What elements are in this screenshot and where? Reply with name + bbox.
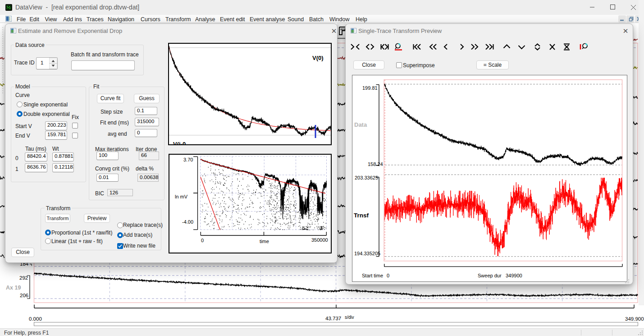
svg-text:203.33625: 203.33625 bbox=[355, 175, 378, 180]
svg-text:0: 0 bbox=[387, 273, 389, 278]
svg-text:V(0): V(0) bbox=[312, 55, 324, 61]
svg-text:43.737: 43.737 bbox=[325, 316, 341, 321]
svg-text:350000: 350000 bbox=[311, 237, 328, 243]
svg-text:-4.00: -4.00 bbox=[182, 219, 193, 225]
svg-text:0: 0 bbox=[201, 238, 204, 243]
svg-text:Trnsf: Trnsf bbox=[354, 212, 369, 219]
svg-text:0.000: 0.000 bbox=[29, 316, 42, 322]
svg-text:V(i-0: V(i-0 bbox=[173, 141, 186, 145]
svg-text:Start time: Start time bbox=[362, 273, 383, 278]
svg-text:Data: Data bbox=[354, 121, 367, 128]
svg-text:349900: 349900 bbox=[506, 273, 522, 278]
svg-text:s/div: s/div bbox=[345, 315, 354, 320]
svg-text:ln mV: ln mV bbox=[175, 194, 188, 199]
svg-text:206: 206 bbox=[20, 293, 28, 298]
svg-text:Ax 19: Ax 19 bbox=[6, 285, 21, 291]
svg-text:3.70: 3.70 bbox=[183, 157, 193, 162]
svg-text:349.900: 349.900 bbox=[625, 316, 644, 322]
svg-text:199.81: 199.81 bbox=[362, 85, 378, 91]
svg-text:158.24: 158.24 bbox=[368, 161, 383, 167]
svg-text:292: 292 bbox=[19, 275, 28, 281]
svg-text:time: time bbox=[260, 239, 269, 244]
svg-text:Sweep dur: Sweep dur bbox=[478, 273, 502, 278]
svg-text:194.335205: 194.335205 bbox=[354, 251, 380, 256]
